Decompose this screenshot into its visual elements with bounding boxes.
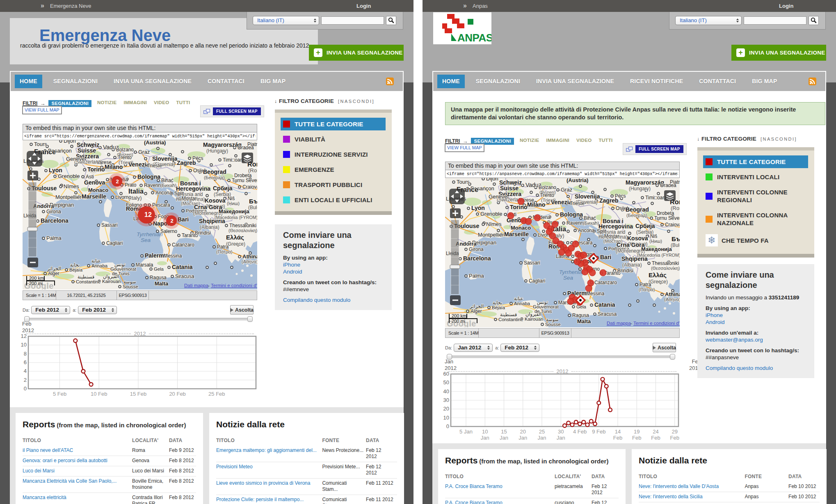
- report-title-cell[interactable]: Luco dei Marsi: [23, 466, 132, 477]
- map[interactable]: ToursDijonBesançonSchweizSuisseSvizzera(…: [445, 178, 680, 327]
- filters-link[interactable]: FILTRI: [445, 138, 460, 144]
- anpas-logo[interactable]: ANPAS: [433, 12, 491, 44]
- news-title-cell[interactable]: Lieve evento sismico in provincia di Ver…: [216, 479, 322, 495]
- link-webmaster@anpas.org[interactable]: webmaster@anpas.org: [706, 337, 763, 343]
- search-input[interactable]: [744, 16, 806, 25]
- filter-tab-notizie[interactable]: NOTIZIE: [97, 100, 116, 107]
- map[interactable]: ToursDijonBesançonSchweizSuisseSvizzera(…: [23, 140, 257, 290]
- full-screen-map-button[interactable]: FULL SCREEN MAP: [623, 143, 687, 155]
- slider-track[interactable]: [447, 356, 675, 358]
- slider-handle-right[interactable]: [247, 316, 253, 322]
- map-cluster-marker[interactable]: 12: [135, 203, 158, 226]
- filter-tab-immagini[interactable]: IMMAGINI: [123, 100, 147, 107]
- report-title-cell[interactable]: Genova: orari e percorsi della autobotti: [23, 456, 132, 466]
- map-cluster-marker[interactable]: 2: [163, 212, 180, 229]
- search-input[interactable]: [321, 16, 384, 25]
- hide-categories-link[interactable]: [NASCONDI]: [761, 137, 797, 141]
- news-row[interactable]: Emergenza maltempo: gli aggiornamenti de…: [216, 446, 397, 462]
- report-title-cell[interactable]: Mancanza elettricità: [23, 493, 132, 504]
- nav-tab-segnalazioni[interactable]: SEGNALAZIONI: [48, 75, 103, 88]
- report-row[interactable]: Mancanza Elettricità via Colle San Paolo…: [23, 477, 196, 493]
- play-timeline-button[interactable]: Ascolta: [230, 305, 254, 315]
- topbar-site-name[interactable]: Emergenza Neve: [50, 0, 91, 12]
- submit-report-button[interactable]: + INVIA UNA SEGNALAZIONE: [309, 45, 404, 61]
- category-interventi-locali[interactable]: INTERVENTI LOCALI: [703, 171, 808, 183]
- chevrons-right-icon[interactable]: »: [463, 0, 467, 11]
- filter-tab-tutti[interactable]: TUTTI: [176, 100, 190, 107]
- nav-tab-big-map[interactable]: BIG MAP: [256, 75, 290, 88]
- category-interruzione-servizi[interactable]: INTERRUZIONE SERVIZI: [281, 148, 386, 161]
- news-row[interactable]: Previsioni MeteoPrevisioni Mete...Feb 12…: [216, 462, 397, 479]
- news-title-cell[interactable]: Neve: l'intervento della Valle D'Aosta: [639, 482, 745, 492]
- nav-tab-ricevi-notifiche[interactable]: RICEVI NOTIFICHE: [625, 75, 688, 88]
- map-canvas[interactable]: ToursDijonBesançonSchweizSuisseSvizzera(…: [445, 178, 680, 327]
- report-row[interactable]: Mancanza elettricitàContrada Illori Patr…: [23, 493, 196, 504]
- link-android[interactable]: Android: [283, 269, 302, 275]
- timeline-chart[interactable]: 01020304050605 Jan10Jan15Jan20Jan25Jan30…: [445, 372, 680, 441]
- search-button[interactable]: [809, 16, 819, 25]
- category-trasporti-pubblici[interactable]: TRASPORTI PUBBLICI: [281, 178, 386, 191]
- map-attribution[interactable]: Dati mappa-Termini e condizioni d'us: [607, 321, 680, 326]
- nav-tab-home[interactable]: HOME: [437, 75, 465, 88]
- report-row[interactable]: Genova: orari e percorsi della autobotti…: [23, 456, 196, 466]
- report-row[interactable]: il Piano neve dell'ATACRomaFeb 9 2012: [23, 446, 196, 456]
- news-title-cell[interactable]: Neve: l'intervento in Abruzzo: [639, 502, 745, 504]
- language-select[interactable]: Italiano (IT): [675, 16, 742, 25]
- news-title-cell[interactable]: Protezione Civile: persiste il maltempo.…: [216, 495, 322, 504]
- news-title-cell[interactable]: Neve: l'intervento della Sicilia: [639, 492, 745, 502]
- category-tutte-le-categorie[interactable]: TUTTE LE CATEGORIE: [703, 155, 808, 168]
- filters-link[interactable]: FILTRI: [23, 100, 37, 106]
- nav-tab-home[interactable]: HOME: [15, 75, 42, 88]
- embed-code-input[interactable]: [445, 170, 679, 178]
- search-button[interactable]: [386, 16, 396, 25]
- link-compilando-questo-modulo[interactable]: Compilando questo modulo: [283, 297, 350, 303]
- category-enti-locali-e-ufficiali[interactable]: ENTI LOCALI E UFFICIALI: [281, 194, 386, 206]
- news-title-cell[interactable]: Previsioni Meteo: [216, 462, 322, 479]
- news-row[interactable]: Neve: l'intervento in AbruzzoAnpasFeb 10…: [639, 502, 820, 504]
- map-cluster-marker[interactable]: 2: [109, 173, 125, 189]
- report-title-cell[interactable]: Mancanza Elettricità via Colle San Paolo…: [23, 477, 132, 493]
- embed-code-input[interactable]: [23, 132, 257, 140]
- category-tutte-le-categorie[interactable]: TUTTE LE CATEGORIE: [281, 118, 386, 130]
- news-row[interactable]: Neve: l'intervento della Valle D'AostaAn…: [639, 482, 820, 492]
- filter-tab-tutti[interactable]: TUTTI: [598, 138, 612, 145]
- filter-tab-video[interactable]: VIDEO: [154, 100, 169, 107]
- map-type-button[interactable]: [242, 153, 253, 163]
- nav-tab-contattaci[interactable]: CONTATTACI: [694, 75, 741, 88]
- to-month-select[interactable]: Feb 2012: [500, 344, 539, 352]
- report-title-cell[interactable]: P.A. Croce Bianca Teramo: [445, 498, 555, 504]
- news-row[interactable]: Neve: l'intervento della SiciliaAnpasFeb…: [639, 492, 820, 502]
- category-viabilità[interactable]: VIABILITÀ: [281, 133, 386, 146]
- login-link[interactable]: Login: [356, 0, 371, 12]
- time-range-slider[interactable]: [24, 316, 253, 322]
- map-type-button[interactable]: [664, 190, 676, 201]
- full-screen-map-button[interactable]: FULL SCREEN MAP: [200, 105, 264, 117]
- language-select[interactable]: Italiano (IT): [253, 16, 319, 25]
- category-interventi-colonna-nazionale[interactable]: INTERVENTI COLONNA NAZIONALE: [703, 209, 808, 229]
- news-title-cell[interactable]: Emergenza maltempo: gli aggiornamenti de…: [216, 446, 322, 462]
- login-link[interactable]: Login: [779, 0, 793, 12]
- category-emergenze[interactable]: EMERGENZE: [281, 163, 386, 176]
- nav-tab-invia-una-segnalazione[interactable]: INVIA UNA SEGNALAZIONE: [109, 75, 196, 88]
- topbar-site-name[interactable]: Anpas: [473, 0, 488, 12]
- to-month-select[interactable]: Feb 2012: [78, 306, 117, 314]
- nav-tab-invia-una-segnalazione[interactable]: INVIA UNA SEGNALAZIONE: [531, 75, 619, 88]
- hide-categories-link[interactable]: [NASCONDI]: [338, 99, 375, 104]
- report-row[interactable]: P.A. Croce Bianca TeramocuscianoFeb 12 2…: [445, 498, 619, 504]
- chevrons-right-icon[interactable]: »: [41, 0, 44, 11]
- map-attribution[interactable]: Dati mappa-Termini e condizioni d'us: [184, 283, 257, 288]
- link-iphone[interactable]: iPhone: [283, 262, 300, 268]
- filter-tab-immagini[interactable]: IMMAGINI: [546, 138, 569, 145]
- submit-report-button[interactable]: + INVIA UNA SEGNALAZIONE: [731, 45, 826, 61]
- rss-icon[interactable]: [386, 78, 394, 85]
- map-canvas[interactable]: ToursDijonBesançonSchweizSuisseSvizzera(…: [23, 140, 257, 290]
- news-row[interactable]: Protezione Civile: persiste il maltempo.…: [216, 495, 397, 504]
- category-interventi-colonne-regionali[interactable]: INTERVENTI COLONNE REGIONALI: [703, 186, 808, 206]
- nav-tab-big-map[interactable]: BIG MAP: [747, 75, 782, 88]
- nav-tab-segnalazioni[interactable]: SEGNALAZIONI: [471, 75, 525, 88]
- report-title-cell[interactable]: P.A. Croce Bianca Teramo: [445, 482, 555, 498]
- rss-icon[interactable]: [809, 78, 816, 85]
- filter-tab-notizie[interactable]: NOTIZIE: [520, 138, 539, 145]
- category-che-tempo-fa[interactable]: ❄CHE TEMPO FA: [703, 232, 808, 249]
- from-month-select[interactable]: Feb 2012: [31, 306, 70, 314]
